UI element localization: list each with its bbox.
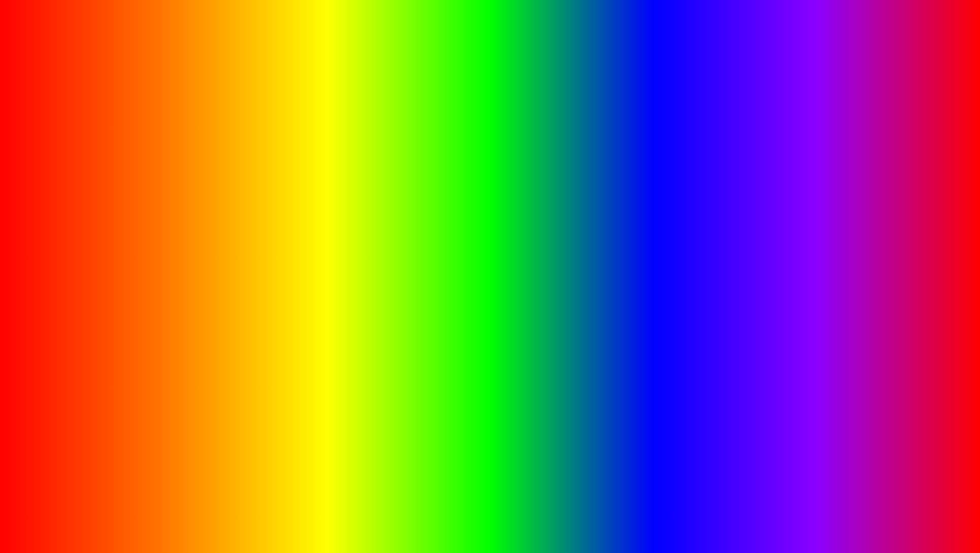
auto-farm-label: AUTO FARM: [21, 482, 301, 534]
sidebar-item-necessary[interactable]: 🚗 | Necessary: [332, 188, 405, 204]
popsicle-decoration: [908, 385, 949, 486]
gui-sidebar: 👤 | Information 🏠 | General 🚗 | Necessar…: [332, 153, 406, 320]
toggle-kill-law[interactable]: [635, 214, 651, 223]
char-horn-2: [174, 311, 180, 324]
logo-skull: 💀: [918, 492, 949, 521]
feature-icon-farm-nearest: ▶: [412, 225, 422, 232]
gui-shortcut: [RightControl]: [555, 143, 589, 149]
feature-label-weapon: | Select Weapon: [426, 192, 550, 199]
sidebar-label-racev4: | Race V4: [348, 241, 375, 248]
sidebar-item-statushop[interactable]: ⚡ | Status-Hop: [332, 204, 405, 220]
sidebar-icon-general: 🏠: [337, 176, 345, 183]
char-roblox-label: ROBLOX: [151, 425, 171, 430]
sidebar-item-teleport[interactable]: 📍 | Teleport: [332, 301, 405, 318]
char-horn-1: [153, 311, 159, 324]
sidebar-label-settings: | Settings: [348, 257, 374, 264]
star-1: ★: [194, 425, 212, 448]
main-title: BLOX FRUITS: [6, 16, 974, 95]
sidebar-icon-dungeon: ⊕: [337, 273, 345, 281]
inner-scene: ROBLOX ★ ★ ★ BLOX FRUITS MTriet Hub | Bl…: [6, 6, 974, 547]
pastebin-label: PASTEBIN: [448, 489, 620, 528]
script-label: SCRIPT: [311, 489, 438, 528]
sidebar-item-dungeon[interactable]: ⊕ | Dungeon: [332, 269, 405, 285]
sidebar-label-combat: | Combat: [348, 290, 373, 297]
weapon-select-dropdown[interactable]: Melee Sword Gun: [553, 191, 587, 201]
char-arm-left: [128, 390, 148, 456]
star-3: ★: [219, 448, 235, 468]
sidebar-label-necessary: | Necessary: [348, 192, 380, 199]
feature-icon-miss-law: ▶: [412, 240, 422, 248]
sidebar-item-information[interactable]: 👤 | Information: [332, 155, 405, 171]
sidebar-item-questitem[interactable]: 🎯 | Quest-Item: [332, 220, 405, 236]
feature-select-weapon: ▶ | Select Weapon Melee Sword Gun: [410, 187, 590, 205]
sidebar-icon-information: 👤: [337, 159, 345, 167]
sidebar-item-combat[interactable]: ⚔️ | Combat: [332, 285, 405, 301]
sidebar-icon-settings: ⚙️: [337, 257, 345, 264]
sidebar-label-teleport: | Teleport: [348, 306, 373, 313]
char-head: [143, 334, 189, 379]
sidebar-icon-racev4: 👥: [337, 240, 345, 248]
sidebar-label-statushop: | Status-Hop: [348, 209, 382, 216]
toggle-spawn-point[interactable]: [571, 175, 587, 183]
feature-label-kill-law: | Auto Kill Law Boss: [469, 216, 632, 231]
blox-fruits-logo: BL★X 💀 FRUITS: [900, 473, 966, 539]
sidebar-icon-statushop: ⚡: [337, 208, 345, 216]
sidebar-item-racev4[interactable]: 👥 | Race V4: [332, 236, 405, 253]
content-header: [ Main Farm | General ]: [410, 157, 590, 167]
feature-icon-spawn: ▶: [412, 176, 422, 183]
sidebar-icon-necessary: 🚗: [337, 192, 345, 199]
sidebar-item-general[interactable]: 🏠 | General: [332, 171, 405, 188]
feature-icon-weapon: ▶: [412, 192, 422, 199]
logo-top-text: BL★X: [902, 479, 964, 486]
star-2: ★: [164, 434, 186, 463]
sidebar-icon-teleport: 📍: [337, 305, 345, 313]
sidebar-label-dungeon: | Dungeon: [348, 273, 376, 281]
sidebar-label-information: | Information: [348, 160, 382, 167]
sidebar-label-questitem: | Quest-Item: [348, 225, 382, 232]
feature-label-spawn: | Auto Set Spawn Point: [426, 176, 568, 183]
sidebar-icon-combat: ⚔️: [337, 289, 345, 297]
gui-title: MTriet Hub | Blox Fruits [discord.gg/mFz…: [337, 142, 485, 149]
title-text: BLOX FRUITS: [205, 16, 774, 95]
logo-bottom-text: FRUITS: [902, 525, 964, 533]
feature-icon-kill-law: ▶: [455, 224, 466, 232]
sidebar-item-settings[interactable]: ⚙️ | Settings: [332, 253, 405, 269]
feature-auto-set-spawn: ▶ | Auto Set Spawn Point: [410, 171, 590, 187]
logo-circle: BL★X 💀 FRUITS: [900, 473, 966, 539]
bottom-text-area: AUTO FARM SCRIPT PASTEBIN: [21, 482, 872, 534]
sidebar-label-general: | General: [348, 176, 373, 183]
gui-title-bar: MTriet Hub | Blox Fruits [discord.gg/mFz…: [332, 139, 594, 153]
feature-icon-farm-level: ▶: [412, 209, 422, 216]
char-hat: [146, 321, 189, 336]
sidebar-icon-questitem: 🎯: [337, 224, 345, 232]
